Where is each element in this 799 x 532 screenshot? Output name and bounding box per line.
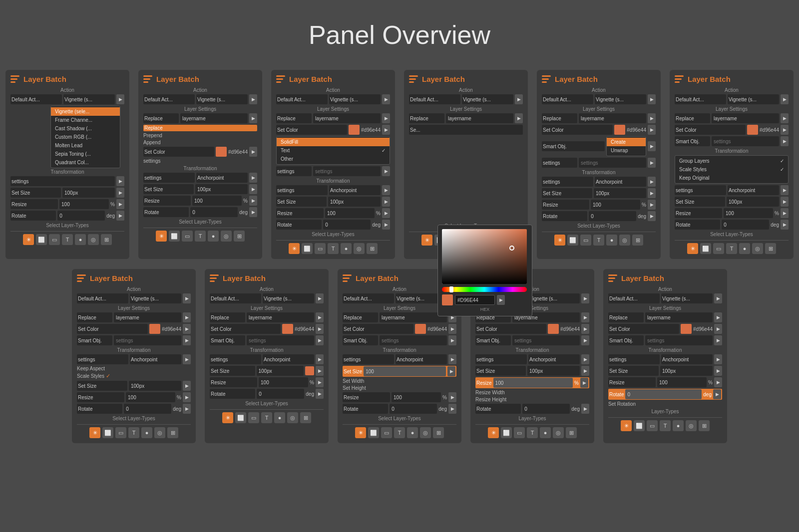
anchorpoint-select-9[interactable]: Anchorpoint — [396, 354, 447, 364]
setcolor-select-11[interactable]: Set Color — [608, 324, 679, 334]
setsize-arrow-6[interactable]: ▶ — [781, 197, 789, 207]
setcolor-row-6[interactable]: Set Color #d96e44 ▶ — [675, 125, 789, 135]
rotate-arrow-7[interactable]: ▶ — [183, 404, 191, 414]
setsize-input-2[interactable] — [195, 184, 248, 194]
setsize-row-8[interactable]: Set Size ▶ — [210, 366, 324, 376]
icon-grid-3[interactable]: ⊞ — [367, 243, 378, 254]
rotate-select-3[interactable]: Rotate — [276, 220, 322, 230]
vignette-6[interactable]: Vignette (s... — [728, 94, 779, 104]
icon-frame-11[interactable]: ⬜ — [634, 420, 645, 431]
transform-row-7[interactable]: settings Anchorpoint ▶ — [77, 354, 191, 364]
transform-arrow-10[interactable]: ▶ — [581, 354, 589, 364]
action-row-4[interactable]: Default Act... Vignette (s... ▶ — [409, 94, 523, 104]
rotate-input-5[interactable] — [589, 211, 636, 221]
settings-main-row-2[interactable]: settings — [143, 158, 257, 164]
rotate-row-5[interactable]: Rotate deg ▶ — [542, 211, 656, 221]
resize-select-5[interactable]: Resize — [542, 200, 589, 210]
setsize-row-10[interactable]: Set Size ▶ — [475, 366, 589, 376]
rotate-row-9[interactable]: Rotate deg ▶ — [343, 404, 456, 414]
replace-row-3[interactable]: Replace ▶ — [276, 113, 390, 123]
icon-circle-6[interactable]: ● — [739, 243, 750, 254]
replace-row-8[interactable]: Replace ▶ — [210, 312, 324, 322]
anchorpoint-select-7[interactable]: Anchorpoint — [130, 354, 181, 364]
settings-row[interactable]: settings ▶ — [10, 176, 124, 186]
replace-arrow-2[interactable]: ▶ — [249, 113, 257, 123]
icon-circle-2[interactable]: ● — [208, 231, 219, 242]
rotate-arrow-3[interactable]: ▶ — [382, 220, 390, 230]
hex-input[interactable] — [455, 295, 495, 305]
smartobj-select-6[interactable]: Smart Obj. — [675, 136, 710, 146]
setsize-row[interactable]: Set Size ▶ — [10, 188, 124, 198]
icon-text-5[interactable]: T — [593, 235, 604, 246]
setsize-select-8[interactable]: Set Size — [210, 366, 255, 376]
dropdown-item-0[interactable]: Vignette (sele... — [51, 107, 120, 116]
resize-input-5[interactable] — [591, 200, 640, 210]
color-arrow-8[interactable]: ▶ — [316, 324, 324, 334]
replace-select-5[interactable]: Replace — [542, 113, 577, 123]
rotate-select-7[interactable]: Rotate — [77, 404, 122, 414]
icon-all-5[interactable]: ✳ — [554, 235, 565, 246]
action-arrow-2[interactable]: ▶ — [249, 94, 257, 104]
color-arrow-6[interactable]: ▶ — [781, 125, 789, 135]
smartobj-row-9[interactable]: Smart Obj. ▶ — [343, 335, 456, 345]
icon-smart-10[interactable]: ◎ — [553, 427, 564, 438]
icon-rect-2[interactable]: ▭ — [182, 231, 193, 242]
resize-select-9[interactable]: Resize — [343, 392, 390, 402]
setsize-arrow-8[interactable]: ▶ — [316, 366, 324, 376]
resize-input-2[interactable] — [192, 196, 242, 206]
setsize-select-6[interactable]: Set Size — [675, 197, 725, 207]
resize-arrow-8[interactable]: ▶ — [316, 377, 324, 387]
replace-select-2[interactable]: Replace — [143, 113, 179, 123]
settings-input-11[interactable] — [645, 335, 713, 345]
settings-select-3[interactable]: settings — [276, 185, 328, 195]
default-act-3[interactable]: Default Act... — [276, 94, 328, 104]
dropdown-item-6[interactable]: Quadrant Col... — [51, 158, 120, 167]
setsize-row-5[interactable]: Set Size ▶ — [542, 188, 656, 198]
setcolor-row-10[interactable]: Set Color #d96e44 ▶ — [475, 324, 589, 334]
setcolor-select-6[interactable]: Set Color — [675, 125, 746, 135]
group-layers-item[interactable]: Group Layers✓ — [675, 157, 788, 165]
default-act-5[interactable]: Default Act... — [542, 94, 593, 104]
icon-text-10[interactable]: T — [527, 427, 538, 438]
icon-rect-3[interactable]: ▭ — [315, 243, 326, 254]
anchorpoint-select-5[interactable]: Anchorpoint — [595, 177, 646, 187]
vignette-select[interactable]: Vignette (s... — [63, 94, 115, 104]
default-act-7[interactable]: Default Act... — [77, 293, 128, 303]
rotate-highlighted-row[interactable]: Rotate deg ▶ — [608, 389, 722, 400]
default-act-6[interactable]: Default Act... — [675, 94, 726, 104]
rotate-input-3[interactable] — [323, 220, 371, 230]
rotate-row-8[interactable]: Rotate deg ▶ — [210, 389, 324, 399]
resize-input[interactable] — [59, 199, 109, 209]
setsize-input-10[interactable] — [527, 366, 580, 376]
rotate-input-9[interactable] — [390, 404, 437, 414]
setcolor-main-row[interactable]: Set Color #d96e44 ▶ — [143, 147, 257, 157]
resize-row-3[interactable]: Resize % ▶ — [276, 208, 390, 218]
icon-text-3[interactable]: T — [328, 243, 339, 254]
icon-frame-10[interactable]: ⬜ — [501, 427, 512, 438]
transform-row-11[interactable]: settings Anchorpoint ▶ — [608, 354, 722, 364]
icon-circle[interactable]: ● — [75, 234, 86, 245]
prepend-row[interactable]: Prepend — [143, 133, 257, 138]
icon-smart-8[interactable]: ◎ — [287, 412, 298, 423]
setcolor-select-2[interactable]: Set Color — [143, 147, 214, 157]
rotate-select-2[interactable]: Rotate — [143, 207, 189, 217]
smartobj-select-10[interactable]: Smart Obj. — [475, 335, 511, 345]
smart-arrow-9[interactable]: ▶ — [448, 335, 456, 345]
icon-frame-9[interactable]: ⬜ — [368, 427, 379, 438]
icon-circle-10[interactable]: ● — [540, 427, 551, 438]
replace-row-7[interactable]: Replace ▶ — [77, 312, 191, 322]
resize-input-10[interactable] — [493, 378, 573, 388]
smartobj-select-9[interactable]: Smart Obj. — [343, 335, 378, 345]
resize-input-11[interactable] — [657, 377, 707, 387]
setsize-arrow-3[interactable]: ▶ — [382, 197, 390, 207]
setcolor-select-7[interactable]: Set Color — [77, 324, 148, 334]
action-arrow-5[interactable]: ▶ — [648, 94, 656, 104]
scale-styles-item[interactable]: Scale Styles✓ — [675, 165, 788, 174]
color-arrow-7[interactable]: ▶ — [183, 324, 191, 334]
setcolor-select-10[interactable]: Set Color — [475, 324, 546, 334]
unwrap-item[interactable]: Unwrap — [607, 146, 646, 155]
color-swatch-2[interactable] — [216, 147, 227, 157]
icon-smart-5[interactable]: ◎ — [619, 235, 630, 246]
replace-arrow-11[interactable]: ▶ — [714, 312, 722, 322]
transform-row-10[interactable]: settings Anchorpoint ▶ — [475, 354, 589, 364]
